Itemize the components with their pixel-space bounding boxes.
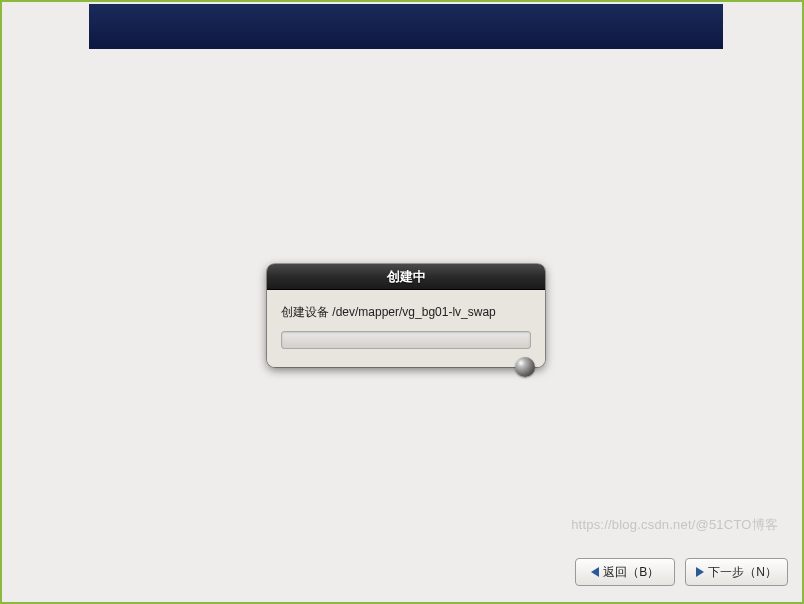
watermark-text: https://blog.csdn.net/@51CTO博客 — [571, 516, 778, 534]
dialog-message: 创建设备 /dev/mapper/vg_bg01-lv_swap — [281, 304, 531, 321]
navigation-buttons: 返回（B） 下一步（N） — [575, 558, 788, 586]
next-button[interactable]: 下一步（N） — [685, 558, 788, 586]
dialog-title: 创建中 — [387, 268, 426, 286]
dialog-body: 创建设备 /dev/mapper/vg_bg01-lv_swap — [267, 290, 545, 367]
back-button[interactable]: 返回（B） — [575, 558, 675, 586]
top-banner — [89, 4, 723, 49]
dialog-titlebar: 创建中 — [267, 264, 545, 290]
next-button-label: 下一步（N） — [708, 564, 777, 581]
installer-window: 创建中 创建设备 /dev/mapper/vg_bg01-lv_swap htt… — [0, 0, 804, 604]
progress-bar — [281, 331, 531, 349]
spinner-icon — [515, 357, 535, 377]
arrow-left-icon — [591, 567, 599, 577]
arrow-right-icon — [696, 567, 704, 577]
back-button-label: 返回（B） — [603, 564, 659, 581]
progress-dialog: 创建中 创建设备 /dev/mapper/vg_bg01-lv_swap — [267, 264, 545, 367]
